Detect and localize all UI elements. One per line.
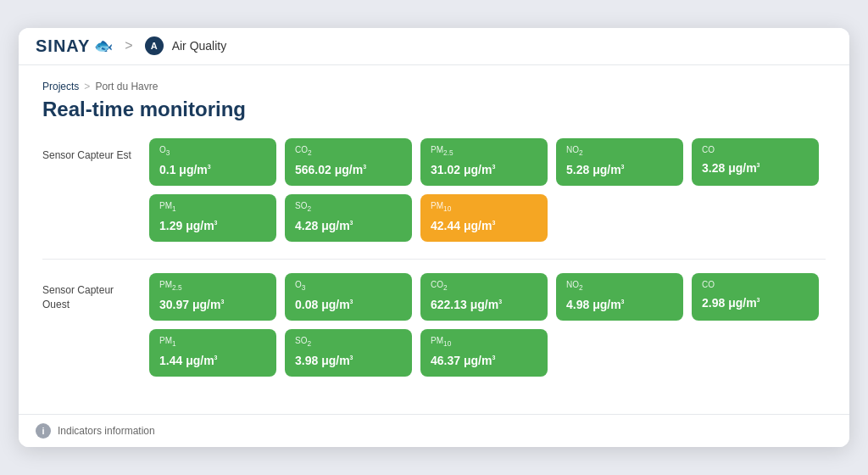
metric-pm10-ouest-name: PM10 — [431, 336, 537, 348]
metric-pm1-ouest: PM1 1.44 μg/m3 — [149, 329, 276, 377]
metric-pm25-est: PM2.5 31.02 μg/m3 — [420, 138, 548, 186]
metric-co2-ouest-value: 622.13 μg/m3 — [431, 297, 537, 312]
breadcrumb: Projects > Port du Havre — [42, 81, 826, 92]
metric-no2-ouest-name: NO2 — [566, 280, 673, 292]
metric-no2-ouest-value: 4.98 μg/m3 — [566, 297, 673, 312]
metric-pm25-ouest: PM2.5 30.97 μg/m3 — [149, 273, 276, 321]
footer-indicators-text[interactable]: Indicators information — [58, 425, 155, 437]
nav-title: Air Quality — [172, 39, 227, 53]
metric-so2-est-name: SO2 — [295, 201, 402, 213]
sensor-est-row-1: O3 0.1 μg/m3 CO2 566.02 μg/m3 PM2.5 31.0… — [149, 138, 826, 186]
metric-pm25-est-value: 31.02 μg/m3 — [431, 162, 537, 177]
metric-no2-est: NO2 5.28 μg/m3 — [556, 138, 683, 186]
metric-pm1-ouest-name: PM1 — [159, 336, 266, 348]
sensor-ouest-grid: PM2.5 30.97 μg/m3 O3 0.08 μg/m3 CO2 622.… — [149, 273, 826, 377]
metric-o3-est-name: O3 — [159, 145, 266, 157]
metric-pm1-est-value: 1.29 μg/m3 — [159, 218, 266, 233]
metric-pm25-est-name: PM2.5 — [431, 145, 537, 157]
breadcrumb-projects[interactable]: Projects — [42, 81, 79, 92]
metric-o3-est-value: 0.1 μg/m3 — [159, 162, 266, 177]
metric-co2-ouest: CO2 622.13 μg/m3 — [420, 273, 548, 321]
nav-badge: A — [145, 36, 164, 55]
metric-co2-ouest-name: CO2 — [431, 280, 537, 292]
metric-co-ouest-name: CO — [702, 280, 809, 290]
topbar: SINAY 🐟 > A Air Quality — [19, 28, 849, 65]
sensor-est-section: Sensor Capteur Est O3 0.1 μg/m3 CO2 566.… — [42, 138, 826, 242]
metric-co-est: CO 3.28 μg/m3 — [692, 138, 819, 186]
metric-so2-ouest-name: SO2 — [295, 336, 402, 348]
app-window: SINAY 🐟 > A Air Quality Projects > Port … — [19, 28, 849, 448]
metric-so2-est: SO2 4.28 μg/m3 — [285, 194, 412, 242]
section-divider — [42, 259, 826, 260]
logo: SINAY 🐟 — [36, 36, 113, 56]
metric-pm1-est: PM1 1.29 μg/m3 — [149, 194, 276, 242]
metric-o3-ouest: O3 0.08 μg/m3 — [285, 273, 412, 321]
metric-o3-ouest-name: O3 — [295, 280, 402, 292]
footer-bar: i Indicators information — [19, 414, 849, 447]
metric-co-ouest-value: 2.98 μg/m3 — [702, 295, 809, 310]
metric-pm25-ouest-value: 30.97 μg/m3 — [159, 297, 266, 312]
sensor-ouest-section: Sensor Capteur Ouest PM2.5 30.97 μg/m3 O… — [42, 273, 826, 377]
metric-so2-ouest: SO2 3.98 μg/m3 — [285, 329, 412, 377]
metric-co2-est: CO2 566.02 μg/m3 — [285, 138, 412, 186]
metric-co-ouest: CO 2.98 μg/m3 — [692, 273, 819, 321]
metric-no2-est-value: 5.28 μg/m3 — [566, 162, 673, 177]
nav-separator: > — [125, 38, 132, 53]
logo-fish-icon: 🐟 — [94, 36, 113, 55]
metric-no2-est-name: NO2 — [566, 145, 673, 157]
metric-pm10-est-name: PM10 — [431, 201, 537, 213]
metric-pm10-est: PM10 42.44 μg/m3 — [420, 194, 548, 242]
metric-co-est-value: 3.28 μg/m3 — [702, 160, 809, 176]
metric-pm10-est-value: 42.44 μg/m3 — [431, 218, 537, 233]
logo-text: SINAY — [36, 36, 90, 56]
metric-so2-est-value: 4.28 μg/m3 — [295, 218, 402, 233]
info-icon: i — [36, 423, 51, 439]
metric-pm25-ouest-name: PM2.5 — [159, 280, 266, 292]
page-title: Real-time monitoring — [42, 98, 826, 121]
metric-pm10-ouest-value: 46.37 μg/m3 — [431, 353, 537, 368]
metric-o3-ouest-value: 0.08 μg/m3 — [295, 297, 402, 312]
metric-so2-ouest-value: 3.98 μg/m3 — [295, 353, 402, 368]
sensor-est-label: Sensor Capteur Est — [42, 138, 136, 163]
metric-co-est-name: CO — [702, 145, 809, 155]
sensor-ouest-label: Sensor Capteur Ouest — [42, 273, 136, 312]
sensor-est-row-2: PM1 1.29 μg/m3 SO2 4.28 μg/m3 PM10 42.44… — [149, 194, 826, 242]
metric-o3-est: O3 0.1 μg/m3 — [149, 138, 276, 186]
metric-pm1-est-name: PM1 — [159, 201, 266, 213]
breadcrumb-sep: > — [84, 81, 90, 92]
breadcrumb-current: Port du Havre — [95, 81, 158, 92]
sensor-est-grid: O3 0.1 μg/m3 CO2 566.02 μg/m3 PM2.5 31.0… — [149, 138, 826, 242]
main-content: Projects > Port du Havre Real-time monit… — [19, 65, 849, 415]
metric-pm1-ouest-value: 1.44 μg/m3 — [159, 353, 266, 368]
metric-co2-est-value: 566.02 μg/m3 — [295, 162, 402, 177]
metric-pm10-ouest: PM10 46.37 μg/m3 — [420, 329, 548, 377]
sensor-ouest-row-1: PM2.5 30.97 μg/m3 O3 0.08 μg/m3 CO2 622.… — [149, 273, 826, 321]
sensor-ouest-row-2: PM1 1.44 μg/m3 SO2 3.98 μg/m3 PM10 46.37… — [149, 329, 826, 377]
metric-no2-ouest: NO2 4.98 μg/m3 — [556, 273, 683, 321]
metric-co2-est-name: CO2 — [295, 145, 402, 157]
